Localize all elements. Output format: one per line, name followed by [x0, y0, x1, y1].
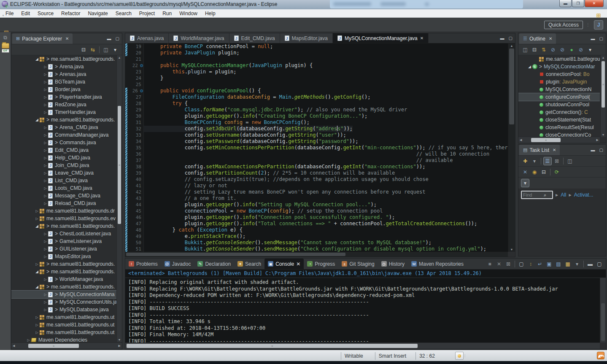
close-icon[interactable]: ✕: [420, 36, 424, 40]
menu-search[interactable]: Search: [112, 9, 135, 17]
pin-console-button[interactable]: ▣: [545, 260, 553, 268]
close-icon[interactable]: ✕: [296, 261, 300, 267]
expand-arrow-icon[interactable]: ▷: [43, 65, 48, 69]
tree-item[interactable]: ▷J>WorldManager.java: [11, 275, 116, 283]
expand-arrow-icon[interactable]: ▷: [43, 95, 48, 99]
view-tab-history[interactable]: ◷History: [378, 259, 408, 269]
open-perspective-button[interactable]: ⊞: [594, 11, 603, 20]
expand-arrow-icon[interactable]: ▷: [26, 338, 31, 342]
menu-window[interactable]: Window: [175, 9, 201, 17]
tree-item[interactable]: ▷J>Commands.java: [11, 139, 116, 146]
tree-item[interactable]: ▷JTimerHandler.java: [11, 108, 116, 116]
collapse-arrow-icon[interactable]: ◢: [34, 224, 40, 228]
window-titlebar[interactable]: ECLIPSE-Workstation - Battlegrounds/src/…: [0, 0, 607, 9]
clear-console-button[interactable]: ▢: [517, 260, 526, 268]
expand-arrow-icon[interactable]: ▷: [43, 232, 48, 236]
scrollbar-thumb[interactable]: [126, 253, 345, 256]
view-tab-problems[interactable]: !Problems: [125, 259, 161, 269]
expand-arrow-icon[interactable]: ▷: [34, 315, 40, 319]
tree-item[interactable]: ▷JCommandManager.java: [11, 131, 116, 139]
synchronize-button[interactable]: ⟳: [553, 168, 561, 176]
editor-vscrollbar[interactable]: ▲ ▼: [508, 43, 515, 252]
tree-item[interactable]: ▷J>GUIListener.java: [11, 245, 116, 253]
close-icon[interactable]: ✕: [65, 36, 69, 41]
focus-working-set-button[interactable]: ◫: [102, 46, 110, 54]
maximize-button[interactable]: ▢: [595, 260, 604, 268]
tree-item[interactable]: ◢>me.samuel81.battlegrounds.: [11, 283, 116, 291]
tree-item[interactable]: ▷Maven Dependencies: [11, 336, 116, 342]
minimize-icon[interactable]: ▬: [500, 36, 504, 40]
task-view-menu[interactable]: ▾: [521, 179, 529, 187]
menu-source[interactable]: Source: [34, 9, 57, 17]
scrollbar-thumb[interactable]: [601, 303, 605, 341]
focus-working-set-button[interactable]: ◫: [521, 46, 529, 54]
expand-arrow-icon[interactable]: ▷: [34, 323, 40, 327]
new-task-menu-button[interactable]: ▾: [530, 157, 539, 165]
scrollbar-thumb[interactable]: ≡: [28, 344, 79, 348]
tree-item[interactable]: ▷me.samuel81.battlegrounds.ev: [11, 215, 116, 222]
expand-arrow-icon[interactable]: ▷: [34, 209, 40, 213]
tree-item[interactable]: ◢>me.samuel81.battlegrounds.: [11, 116, 116, 124]
tree-item[interactable]: ▷me.samuel81.battlegrounds.ut: [11, 321, 116, 329]
collapse-arrow-icon[interactable]: ◢: [34, 270, 40, 274]
outline-item[interactable]: me.samuel81.battlegroun: [518, 55, 600, 63]
editor-tab-mysqlconnectionmanager-java[interactable]: JMySQLConnectionManager.java✕: [333, 33, 429, 43]
tree-arrow-icon[interactable]: ◢: [527, 65, 532, 69]
menu-run[interactable]: Run: [159, 9, 175, 17]
tree-item[interactable]: ▷JMessage_CMD.java: [11, 192, 116, 200]
new-class-button[interactable]: ✛: [2, 2, 11, 11]
my-tasks-button[interactable]: ◉: [530, 168, 539, 176]
console-output[interactable]: [INFO] Replacing original artifact with …: [125, 278, 600, 342]
expand-arrow-icon[interactable]: ▷: [43, 156, 48, 160]
tree-item[interactable]: ▷J>ChestLootListener.java: [11, 230, 116, 237]
tree-item[interactable]: ▷J>GameListener.java: [11, 237, 116, 245]
outline-item[interactable]: configureConnPool(: [518, 93, 600, 101]
expand-arrow-icon[interactable]: ▷: [43, 171, 48, 175]
collapse-all-button[interactable]: ⊟: [530, 46, 539, 54]
package-explorer-tab[interactable]: ⊞ Package Explorer ✕: [12, 33, 73, 44]
maximize-icon[interactable]: ▢: [599, 148, 603, 152]
tree-item[interactable]: ▷JLeave_CMD.java: [11, 169, 116, 177]
task-find-input[interactable]: [522, 192, 544, 197]
view-tab-maven-repositories[interactable]: MMaven Repositories: [408, 259, 467, 269]
tree-item[interactable]: ▷J>Arena_CMD.java: [11, 124, 116, 131]
expand-arrow-icon[interactable]: ▷: [43, 126, 48, 129]
tree-item[interactable]: ◢>me.samuel81.battlegrounds.: [11, 222, 116, 230]
tree-item[interactable]: ▷JEdit_CMD.java: [11, 146, 116, 154]
collapse-all-button[interactable]: ⊟: [540, 168, 548, 176]
view-tab-javadoc[interactable]: @Javadoc: [161, 259, 194, 269]
open-console-button[interactable]: ▦: [564, 260, 572, 268]
close-icon[interactable]: ✕: [553, 148, 556, 152]
task-list-tab[interactable]: ▤ Task List ✕: [519, 145, 560, 155]
tree-item[interactable]: ▷J>MySQLConnectionUtils.ja: [11, 298, 116, 306]
menu-project[interactable]: Project: [135, 9, 159, 17]
minimize-icon[interactable]: ▬: [107, 36, 111, 41]
outline-item[interactable]: closeConnection(Co: [518, 131, 600, 137]
window-close-button[interactable]: ✕: [585, 0, 604, 7]
tree-item[interactable]: ▷JRedZone.java: [11, 101, 116, 108]
editor-presentation-icon[interactable]: [455, 352, 464, 360]
minimize-icon[interactable]: ▬: [591, 148, 595, 152]
expand-arrow-icon[interactable]: ▷: [43, 278, 48, 281]
collapse-arrow-icon[interactable]: ◢: [34, 118, 40, 122]
expand-arrow-icon[interactable]: ▷: [43, 179, 48, 183]
tree-item[interactable]: ▷me.samuel81.battlegrounds.ut: [11, 313, 116, 321]
scroll-lock-button[interactable]: ↕: [526, 260, 535, 268]
new-java-project-button[interactable]: ⊞: [2, 0, 11, 2]
editor-hscrollbar[interactable]: [125, 252, 508, 257]
view-tab-declaration[interactable]: ✎Declaration: [194, 259, 234, 269]
tree-item[interactable]: ▷J>MySQLConnectionMana: [11, 291, 116, 298]
hide-static-members-button[interactable]: ⊘: [558, 46, 567, 54]
tree-item[interactable]: ▷me.samuel81.battlegrounds.ut: [11, 329, 116, 336]
view-tab-progress[interactable]: ◔Progress: [304, 259, 338, 269]
tree-item[interactable]: ▷JBorder.java: [11, 86, 116, 93]
outline-vscrollbar[interactable]: ▲ ≡ ▼: [600, 55, 606, 137]
restore-views-icon[interactable]: ⧉: [2, 35, 9, 40]
display-selected-console-button[interactable]: ▤: [554, 260, 563, 268]
menu-refactor[interactable]: Refactor: [57, 9, 84, 17]
expand-arrow-icon[interactable]: ▷: [43, 88, 48, 92]
tree-item[interactable]: ▷JMapsEditor.java: [11, 253, 116, 260]
tree-item[interactable]: ▷JLoots_CMD.java: [11, 184, 116, 192]
scrollbar-thumb[interactable]: [509, 49, 514, 124]
hide-fields-button[interactable]: ⊘: [549, 46, 557, 54]
